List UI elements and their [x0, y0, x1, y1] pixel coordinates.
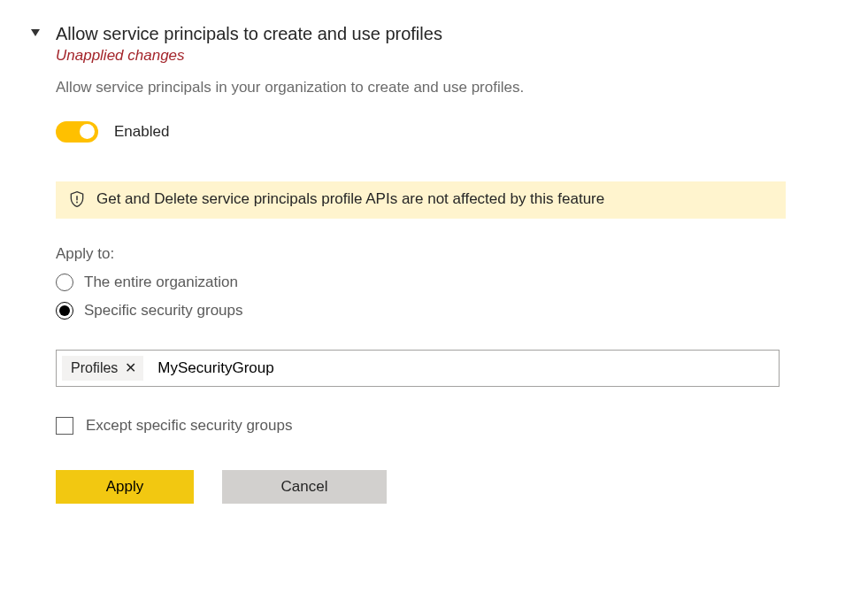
- group-chip: Profiles ✕: [62, 356, 143, 381]
- except-checkbox-row[interactable]: Except specific security groups: [56, 417, 795, 435]
- button-row: Apply Cancel: [56, 470, 795, 504]
- collapse-caret-icon[interactable]: [31, 29, 40, 38]
- radio-label: Specific security groups: [84, 302, 243, 320]
- section-description: Allow service principals in your organiz…: [56, 77, 795, 98]
- section-content: Allow service principals in your organiz…: [56, 77, 795, 504]
- toggle-knob: [80, 124, 95, 139]
- except-checkbox[interactable]: [56, 417, 73, 435]
- svg-point-2: [76, 201, 78, 203]
- apply-button[interactable]: Apply: [56, 470, 194, 504]
- radio-entire-organization[interactable]: The entire organization: [56, 274, 795, 291]
- except-checkbox-label: Except specific security groups: [86, 417, 292, 435]
- radio-label: The entire organization: [84, 274, 238, 291]
- settings-section: Allow service principals to create and u…: [0, 0, 868, 504]
- section-header: Allow service principals to create and u…: [31, 22, 868, 65]
- enabled-toggle-row: Enabled: [56, 121, 795, 143]
- radio-icon: [56, 302, 73, 320]
- radio-specific-security-groups[interactable]: Specific security groups: [56, 302, 795, 320]
- group-chip-label: Profiles: [71, 360, 118, 376]
- warning-bar: Get and Delete service principals profil…: [56, 181, 786, 219]
- security-groups-text-field[interactable]: [156, 358, 773, 378]
- shield-warning-icon: [68, 190, 86, 208]
- apply-to-label: Apply to:: [56, 245, 795, 263]
- cancel-button[interactable]: Cancel: [222, 470, 387, 504]
- section-title: Allow service principals to create and u…: [56, 22, 442, 45]
- warning-text: Get and Delete service principals profil…: [96, 190, 604, 208]
- remove-chip-icon[interactable]: ✕: [125, 361, 136, 375]
- svg-marker-0: [31, 29, 40, 36]
- title-block: Allow service principals to create and u…: [56, 22, 442, 65]
- radio-icon: [56, 274, 73, 291]
- unapplied-changes-badge: Unapplied changes: [56, 47, 442, 65]
- enabled-toggle-label: Enabled: [114, 123, 169, 141]
- security-groups-input[interactable]: Profiles ✕: [56, 350, 780, 387]
- enabled-toggle[interactable]: [56, 121, 98, 143]
